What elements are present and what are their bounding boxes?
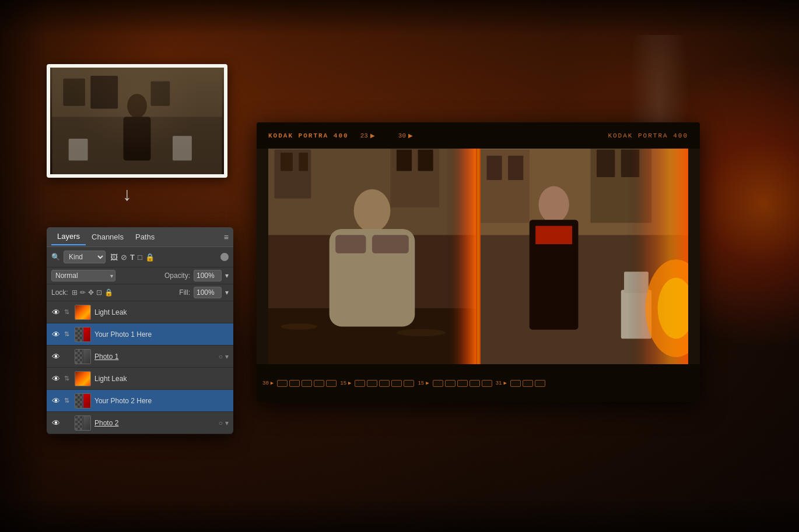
sprocket-8 [379, 380, 390, 387]
filter-type-icon[interactable]: T [130, 253, 135, 262]
blend-mode-select[interactable]: Normal Dissolve Multiply Screen Overlay [51, 270, 115, 281]
blend-row: Normal Dissolve Multiply Screen Overlay … [47, 267, 233, 284]
film-label-right: KODAK PORTRA 400 [608, 132, 688, 139]
lock-paint-icon[interactable]: ✏ [80, 288, 86, 297]
layer-thumb-your-photo-2 [75, 393, 91, 408]
filter-adjustment-icon[interactable]: ⊘ [121, 253, 127, 262]
lock-move-icon[interactable]: ✥ [88, 288, 94, 297]
layer-eye-photo-1[interactable]: 👁 [51, 352, 61, 361]
sprocket-16 [510, 380, 521, 387]
layer-thumb2-checker [75, 394, 83, 408]
sprocket-5 [326, 380, 337, 387]
sprocket-2 [289, 380, 300, 387]
sprocket-6 [355, 380, 365, 387]
opacity-input[interactable] [194, 270, 222, 281]
svg-rect-9 [52, 68, 222, 174]
lock-icons: ⊞ ✏ ✥ ⊡ 🔒 [72, 288, 113, 297]
layers-panel: Layers Channels Paths ≡ 🔍 Kind 🖼 ⊘ T □ 🔒… [47, 227, 233, 434]
layer-row-light-leak-2[interactable]: 👁 ⇅ Light Leak [47, 368, 233, 390]
sprocket-1 [277, 380, 288, 387]
filter-search-icon: 🔍 [51, 253, 60, 261]
film-top-strip: KODAK PORTRA 400 23 ▶ 30 ▶ KODAK PORTRA … [257, 122, 700, 149]
layer-row-your-photo-1[interactable]: 👁 ⇅ Your Photo 1 Here [47, 323, 233, 346]
kind-select[interactable]: Kind [64, 251, 106, 263]
arrow-down: ↓ [122, 184, 132, 205]
lock-row: Lock: ⊞ ✏ ✥ ⊡ 🔒 Fill: ▾ [47, 284, 233, 301]
layer-thumb-light-leak-2 [75, 371, 91, 386]
film-area: KODAK PORTRA 400 23 ▶ 30 ▶ KODAK PORTRA … [257, 122, 700, 402]
layer-eye-your-photo-2[interactable]: 👁 [51, 396, 61, 406]
layer-expand-icon[interactable]: ▾ [225, 353, 229, 361]
lock-label: Lock: [51, 288, 68, 297]
photo-preview-inner [50, 68, 224, 174]
sprocket-18 [535, 380, 545, 387]
layer-thumb3-checker [75, 416, 83, 431]
layer-name-photo-1: Photo 1 [94, 353, 215, 361]
layer-eye-photo-2[interactable]: 👁 [51, 418, 61, 428]
layer-row-photo-1[interactable]: 👁 Photo 1 ○ ▾ [47, 346, 233, 368]
sprocket-9 [391, 380, 402, 387]
filter-toggle[interactable] [220, 253, 229, 261]
blend-select-wrapper: Normal Dissolve Multiply Screen Overlay [51, 270, 115, 281]
layer-name-your-photo-1: Your Photo 1 Here [94, 330, 229, 339]
layer-row-your-photo-2[interactable]: 👁 ⇅ Your Photo 2 Here [47, 390, 233, 412]
tab-paths[interactable]: Paths [129, 229, 160, 245]
film-frame: KODAK PORTRA 400 23 ▶ 30 ▶ KODAK PORTRA … [257, 122, 700, 402]
sprocket-group-2 [355, 380, 414, 387]
opacity-label: Opacity: [164, 272, 190, 280]
filter-pixel-icon[interactable]: 🖼 [110, 253, 118, 262]
layer-expand2-icon[interactable]: ▾ [225, 419, 229, 427]
film-number-right-top: 30 [398, 132, 406, 139]
layer-name-your-photo-2: Your Photo 2 Here [94, 397, 229, 405]
tab-channels[interactable]: Channels [86, 229, 129, 245]
layer-name-photo-2: Photo 2 [94, 419, 215, 427]
fill-input[interactable] [194, 287, 222, 298]
film-bottom-strip: 30 ▶ 15 ▶ [257, 364, 700, 402]
filter-shape-icon[interactable]: □ [138, 253, 142, 262]
sprocket-group-1 [277, 380, 337, 387]
layer-mask-icon: ○ [219, 353, 223, 361]
opacity-dropdown-icon[interactable]: ▾ [225, 272, 229, 280]
film-photo-slot-2 [481, 149, 688, 364]
layer-thumb3-b [83, 416, 91, 431]
layer-row-photo-2[interactable]: 👁 Photo 2 ○ ▾ [47, 412, 233, 434]
tab-layers[interactable]: Layers [51, 228, 86, 245]
filter-smart-icon[interactable]: 🔒 [145, 253, 155, 262]
layer-thumb2-red [83, 394, 91, 408]
lock-transparency-icon[interactable]: ⊞ [72, 288, 78, 297]
svg-rect-25 [268, 149, 476, 364]
film-arrow-left: ▶ [370, 132, 375, 139]
layer-chain-light-leak-1: ⇅ [64, 308, 71, 316]
sprocket-group-3 [433, 380, 492, 387]
svg-rect-26 [446, 149, 476, 364]
layer-eye-your-photo-1[interactable]: 👁 [51, 330, 61, 339]
filter-row: 🔍 Kind 🖼 ⊘ T □ 🔒 [47, 247, 233, 267]
fill-label: Fill: [179, 288, 190, 297]
layer-eye-light-leak-1[interactable]: 👁 [51, 308, 61, 317]
layer-chain-light-leak-2: ⇅ [64, 375, 71, 382]
film-label-left: KODAK PORTRA 400 [268, 132, 349, 139]
layer-thumb-light-leak-1 [75, 305, 91, 320]
fill-dropdown-icon[interactable]: ▾ [225, 288, 229, 297]
film-photo-svg-1 [268, 149, 476, 364]
layer-eye-light-leak-2[interactable]: 👁 [51, 374, 61, 383]
lock-all-icon[interactable]: 🔒 [104, 288, 113, 297]
sprocket-group-4 [510, 380, 545, 387]
sprocket-15 [482, 380, 492, 387]
film-photo-svg-2 [481, 149, 688, 364]
sprocket-11 [433, 380, 443, 387]
film-divider [476, 149, 481, 364]
sprocket-14 [469, 380, 480, 387]
layer-thumb-photo-1 [75, 349, 91, 364]
lock-artboard-icon[interactable]: ⊡ [96, 288, 102, 297]
film-photo-content-1 [268, 149, 476, 364]
film-number-left: 23 [360, 132, 368, 139]
film-num-15b: 15 ▶ [418, 380, 429, 386]
film-num-30: 30 ▶ [262, 380, 274, 386]
panel-menu-icon[interactable]: ≡ [224, 232, 229, 242]
layer-thumb-checker-b [83, 350, 91, 364]
film-arrow-right-top: ▶ [408, 132, 413, 139]
layer-name-light-leak-2: Light Leak [94, 375, 229, 383]
layer-row-light-leak-1[interactable]: 👁 ⇅ Light Leak [47, 301, 233, 323]
film-frames-bottom: 30 ▶ 15 ▶ [262, 380, 694, 387]
